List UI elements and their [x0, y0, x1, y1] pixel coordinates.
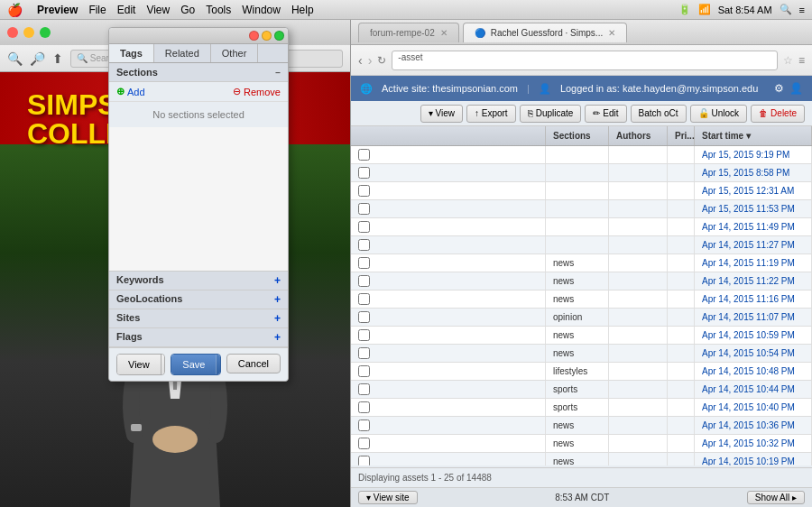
modal-tab-other[interactable]: Other [211, 44, 259, 62]
batch-edit-btn[interactable]: Batch oCt [631, 105, 687, 123]
modal-tab-tags[interactable]: Tags [109, 44, 154, 62]
export-btn[interactable]: ↑ Export [466, 105, 516, 123]
cancel-btn[interactable]: Cancel [226, 354, 281, 373]
view-dropdown-btn[interactable]: ▾ [161, 355, 166, 374]
table-row[interactable]: sports Apr 14, 2015 10:44 PM [351, 381, 812, 399]
save-dropdown-btn[interactable]: ▾ [216, 355, 220, 374]
table-row[interactable]: Apr 14, 2015 11:27 PM [351, 236, 812, 254]
table-row[interactable]: Apr 14, 2015 11:49 PM [351, 218, 812, 236]
table-row[interactable]: news Apr 14, 2015 10:59 PM [351, 327, 812, 345]
table-row[interactable]: Apr 15, 2015 12:31 AM [351, 182, 812, 200]
back-btn[interactable]: ‹ [358, 53, 363, 68]
td-checkbox[interactable] [351, 164, 546, 181]
row-checkbox[interactable] [358, 167, 370, 179]
row-checkbox[interactable] [358, 221, 370, 233]
row-checkbox[interactable] [358, 329, 370, 341]
minimize-button[interactable] [23, 27, 34, 38]
row-checkbox[interactable] [358, 383, 370, 395]
menubar-go[interactable]: Go [180, 4, 195, 16]
table-row[interactable]: news Apr 14, 2015 11:22 PM [351, 272, 812, 290]
tab2-close[interactable]: ✕ [608, 28, 615, 38]
menubar-view[interactable]: View [146, 4, 170, 16]
table-row[interactable]: sports Apr 14, 2015 10:40 PM [351, 399, 812, 417]
td-checkbox[interactable] [351, 146, 546, 163]
reload-btn[interactable]: ↻ [377, 54, 386, 67]
search-icon[interactable]: 🔍 [780, 4, 792, 15]
td-checkbox[interactable] [351, 254, 546, 272]
add-section-btn[interactable]: ⊕ Add [116, 86, 145, 97]
share-btn[interactable]: ⬆ [52, 51, 63, 66]
settings-btn[interactable]: ≡ [798, 54, 805, 67]
apple-logo[interactable]: 🍎 [7, 3, 23, 17]
flags-expand-btn[interactable]: + [274, 331, 281, 344]
td-checkbox[interactable] [351, 309, 546, 326]
sections-collapse-btn[interactable]: − [275, 68, 281, 78]
modal-tab-related[interactable]: Related [154, 44, 211, 62]
show-all-btn[interactable]: Show All ▸ [747, 491, 805, 504]
browser-tab-2[interactable]: 🔵 Rachel Guessford · Simps... ✕ [463, 23, 628, 42]
row-checkbox[interactable] [358, 185, 370, 197]
zoom-in-btn[interactable]: 🔎 [30, 51, 45, 66]
sites-expand-btn[interactable]: + [274, 312, 281, 325]
menubar-app[interactable]: Preview [37, 4, 78, 16]
row-checkbox[interactable] [358, 149, 370, 161]
th-sections[interactable]: Sections [546, 126, 609, 145]
table-row[interactable]: Apr 15, 2015 8:58 PM [351, 164, 812, 182]
table-row[interactable]: opinion Apr 14, 2015 11:07 PM [351, 309, 812, 327]
url-bar[interactable]: -asset [392, 51, 778, 70]
menubar-file[interactable]: File [88, 4, 106, 16]
row-checkbox[interactable] [358, 365, 370, 377]
row-checkbox[interactable] [358, 456, 370, 466]
bookmark-btn[interactable]: ☆ [783, 54, 793, 67]
row-checkbox[interactable] [358, 293, 370, 305]
table-row[interactable]: news Apr 14, 2015 10:36 PM [351, 417, 812, 435]
td-checkbox[interactable] [351, 345, 546, 362]
table-row[interactable]: news Apr 14, 2015 10:32 PM [351, 435, 812, 453]
maximize-button[interactable] [40, 27, 51, 38]
edit-btn[interactable]: ✏ Edit [585, 105, 626, 123]
th-authors[interactable]: Authors [609, 126, 668, 145]
td-checkbox[interactable] [351, 327, 546, 344]
td-checkbox[interactable] [351, 363, 546, 380]
table-row[interactable]: Apr 15, 2015 9:19 PM [351, 146, 812, 164]
duplicate-btn[interactable]: ⎘ Duplicate [520, 105, 582, 123]
forward-btn[interactable]: › [368, 53, 373, 68]
delete-btn[interactable]: 🗑 Delete [751, 105, 805, 123]
row-checkbox[interactable] [358, 311, 370, 323]
td-checkbox[interactable] [351, 381, 546, 398]
modal-minimize-btn[interactable] [262, 31, 272, 41]
modal-close-btn[interactable] [249, 31, 259, 41]
zoom-out-btn[interactable]: 🔍 [7, 51, 23, 66]
view-btn-modal[interactable]: View [117, 355, 161, 374]
td-checkbox[interactable] [351, 182, 546, 199]
td-checkbox[interactable] [351, 453, 546, 466]
table-row[interactable]: news Apr 14, 2015 11:19 PM [351, 254, 812, 272]
settings-icon[interactable]: ⚙ [774, 82, 784, 95]
td-checkbox[interactable] [351, 417, 546, 434]
td-checkbox[interactable] [351, 435, 546, 452]
keywords-expand-btn[interactable]: + [274, 274, 281, 287]
td-checkbox[interactable] [351, 236, 546, 254]
row-checkbox[interactable] [358, 438, 370, 449]
browser-tab-1[interactable]: forum-rempe-02 ✕ [358, 23, 459, 42]
table-row[interactable]: news Apr 14, 2015 10:19 PM [351, 453, 812, 466]
td-checkbox[interactable] [351, 399, 546, 416]
close-button[interactable] [7, 27, 18, 38]
row-checkbox[interactable] [358, 419, 370, 431]
unlock-btn[interactable]: 🔓 Unlock [690, 105, 748, 123]
table-row[interactable]: lifestyles Apr 14, 2015 10:48 PM [351, 363, 812, 381]
td-checkbox[interactable] [351, 200, 546, 217]
remove-section-btn[interactable]: ⊖ Remove [233, 86, 281, 97]
menubar-window[interactable]: Window [242, 4, 281, 16]
view-btn[interactable]: ▾ View [420, 105, 463, 123]
table-row[interactable]: news Apr 14, 2015 10:54 PM [351, 345, 812, 363]
menu-icon[interactable]: ≡ [799, 5, 805, 15]
menubar-edit[interactable]: Edit [117, 4, 136, 16]
user-account-icon[interactable]: 👤 [789, 82, 803, 95]
th-start[interactable]: Start time ▾ [695, 126, 812, 145]
save-btn[interactable]: Save [171, 355, 216, 374]
table-row[interactable]: Apr 15, 2015 11:53 PM [351, 200, 812, 218]
row-checkbox[interactable] [358, 239, 370, 251]
table-row[interactable]: news Apr 14, 2015 11:16 PM [351, 290, 812, 309]
menubar-tools[interactable]: Tools [206, 4, 231, 16]
